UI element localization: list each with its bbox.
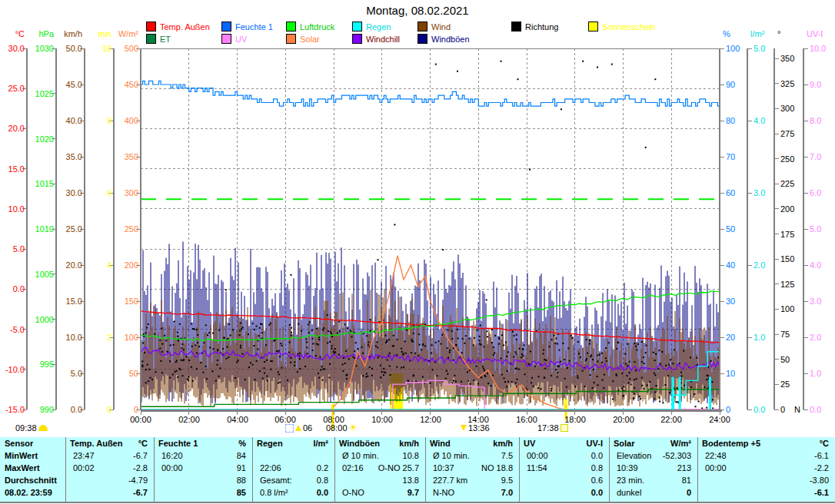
table-row-label: MaxWert bbox=[5, 463, 62, 472]
table-cell-value: 0.0 bbox=[527, 488, 603, 497]
axis-tick-uvi: 3.0 bbox=[810, 297, 835, 306]
table-cell-value: 81 bbox=[617, 476, 691, 485]
table-cell-value: 9.7 bbox=[342, 488, 419, 497]
axis-tick-deg: 50 bbox=[780, 355, 816, 364]
axis-tick-deg: 225 bbox=[780, 179, 816, 188]
astro-marker: 08:00☀ bbox=[326, 423, 358, 433]
table-separator bbox=[65, 437, 66, 502]
series-feuchte bbox=[141, 81, 720, 106]
legend-item: Wind bbox=[418, 22, 451, 32]
astro-marker-bottom-left: 09:38 bbox=[15, 423, 48, 433]
axis-tick-temp: 5.0 bbox=[0, 244, 25, 254]
axis-tick-temp: 10.0 bbox=[0, 204, 25, 214]
axis-tick-wm2: 100 bbox=[96, 333, 138, 342]
legend-item: Regen bbox=[352, 22, 391, 32]
table-header-sensor: Sensor bbox=[5, 439, 62, 448]
table-cell-value: 213 bbox=[617, 463, 691, 472]
table-separator bbox=[697, 437, 698, 502]
axis-tick-hpa: 1020 bbox=[12, 134, 54, 144]
axis-tick-pct: 10 bbox=[726, 369, 761, 378]
sunset-square-icon bbox=[561, 424, 568, 432]
table-cell-value: 91 bbox=[161, 463, 246, 472]
axis-tick-deg: 125 bbox=[780, 280, 816, 289]
axis-tick-hpa: 1015 bbox=[12, 179, 54, 188]
table-separator bbox=[609, 437, 610, 502]
axis-tick-wm2: 50 bbox=[96, 369, 138, 378]
axis-tick-kmh: 15.0 bbox=[40, 297, 82, 306]
table-col-unit: km/h bbox=[391, 439, 419, 448]
legend-item: UV bbox=[221, 34, 247, 44]
axis-unit-hpa: hPa bbox=[23, 29, 54, 38]
table-cell-value: NO 18.8 bbox=[433, 463, 513, 472]
legend-item: Luftdruck bbox=[286, 22, 334, 32]
axis-tick-wm2: 300 bbox=[96, 188, 138, 197]
axis-tick-temp: -5.0 bbox=[0, 325, 25, 334]
legend-item: Solar bbox=[286, 34, 320, 44]
table-cell-value: -6.1 bbox=[705, 451, 829, 460]
table-col-header: Feuchte 1 bbox=[158, 439, 226, 448]
table-separator bbox=[334, 437, 335, 502]
legend-item: Richtung bbox=[511, 22, 558, 32]
table-col-header: Windböen bbox=[339, 439, 399, 448]
axis-unit-temp: °C bbox=[0, 29, 25, 38]
legend-swatch bbox=[146, 22, 156, 32]
astro-time-label: 08:00 bbox=[326, 423, 348, 433]
table-separator bbox=[154, 437, 155, 502]
table-row-label: 08.02. 23:59 bbox=[5, 488, 62, 497]
sun-icon bbox=[38, 425, 48, 431]
axis-tick-pct: 90 bbox=[726, 80, 761, 89]
axis-tick-hpa: 1005 bbox=[12, 270, 54, 279]
legend-swatch bbox=[511, 22, 521, 32]
axis-tick-pct: 70 bbox=[726, 152, 761, 161]
legend-label: Luftdruck bbox=[300, 22, 334, 32]
legend-item: Temp. Außen bbox=[146, 22, 210, 32]
axis-tick-lm2: 3.0 bbox=[753, 188, 789, 197]
astro-marker: 06 bbox=[285, 423, 312, 433]
axis-unit-wm2: W/m² bbox=[108, 29, 138, 38]
axis-tick-uvi: 6.0 bbox=[810, 188, 835, 197]
astro-time-label: 13:36 bbox=[468, 423, 490, 433]
table-cell-value: 0.6 bbox=[527, 476, 603, 485]
legend-swatch bbox=[352, 34, 362, 44]
moon-icon bbox=[285, 424, 294, 433]
table-cell-value: 0.0 bbox=[260, 488, 328, 497]
axis-tick-lm2: 5.0 bbox=[753, 44, 789, 53]
axis-tick-deg: 275 bbox=[780, 129, 816, 138]
axis-tick-wm2: 400 bbox=[96, 116, 138, 125]
astro-marker: 17:38 bbox=[537, 423, 568, 433]
astro-time-label: 17:38 bbox=[537, 423, 559, 433]
table-col-unit: % bbox=[218, 439, 246, 448]
axis-tick-temp: 20.0 bbox=[0, 124, 25, 133]
table-col-header: Bodentemp +5 bbox=[702, 439, 809, 448]
table-cell-value: -52.303 bbox=[617, 451, 691, 460]
table-cell-value: 0.2 bbox=[260, 463, 328, 472]
axis-tick-kmh: 45.0 bbox=[40, 80, 82, 89]
table-cell-value: 7.5 bbox=[433, 451, 513, 460]
table-separator bbox=[519, 437, 520, 502]
axis-unit-min: min bbox=[81, 29, 111, 38]
axis-tick-uvi: 5.0 bbox=[810, 224, 835, 234]
axis-tick-pct: 50 bbox=[726, 224, 761, 234]
table-cell-value: -4.79 bbox=[73, 476, 148, 485]
axis-tick-hpa: 995 bbox=[12, 360, 54, 369]
table-cell-value: -6.7 bbox=[73, 488, 148, 497]
table-cell-value: 0 bbox=[617, 488, 691, 497]
x-tick-label: 00:00 bbox=[124, 415, 158, 424]
axis-tick-kmh: 35.0 bbox=[40, 152, 82, 161]
legend-swatch bbox=[146, 34, 156, 44]
axis-tick-wm2: 250 bbox=[96, 224, 138, 234]
legend-swatch bbox=[286, 22, 296, 32]
legend-item: Sonnenschein bbox=[588, 22, 656, 32]
axis-unit-uvi: UV-I bbox=[807, 29, 835, 38]
legend-label: UV bbox=[235, 35, 247, 44]
legend-swatch bbox=[221, 22, 231, 32]
axis-tick-wm2: 200 bbox=[96, 260, 138, 270]
axis-tick-uvi: 8.0 bbox=[810, 116, 835, 125]
table-cell-value: -2.2 bbox=[705, 463, 829, 472]
table-col-unit: km/h bbox=[485, 439, 513, 448]
legend-label: ET bbox=[160, 35, 171, 44]
legend-swatch bbox=[418, 34, 427, 44]
table-col-header: Wind bbox=[430, 439, 493, 448]
axis-tick-lm2: 4.0 bbox=[753, 116, 789, 125]
table-cell-value: 0.8 bbox=[260, 476, 328, 485]
